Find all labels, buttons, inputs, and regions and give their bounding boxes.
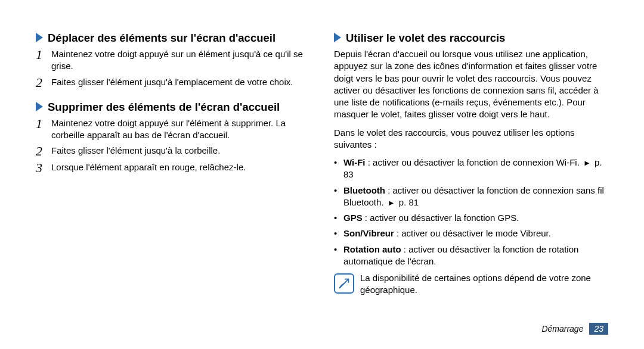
list-item: Wi-Fi : activer ou désactiver la fonctio…: [334, 157, 608, 181]
option-label: GPS: [343, 213, 363, 223]
step-number: 2: [36, 145, 51, 158]
option-label: Son/Vibreur: [343, 228, 394, 238]
section-heading-move: Déplacer des éléments sur l'écran d'accu…: [36, 31, 310, 45]
left-column: Déplacer des éléments sur l'écran d'accu…: [36, 31, 310, 297]
right-column: Utiliser le volet des raccourcis Depuis …: [334, 31, 608, 297]
heading-text: Supprimer des éléments de l'écran d'accu…: [48, 100, 280, 114]
ref-arrow-icon: ►: [388, 198, 395, 208]
heading-text: Déplacer des éléments sur l'écran d'accu…: [48, 31, 275, 45]
step-text: Maintenez votre doigt appuyé sur l'éléme…: [51, 117, 310, 142]
intro-paragraph: Depuis l'écran d'accueil ou lorsque vous…: [334, 48, 608, 121]
step-row: 1 Maintenez votre doigt appuyé sur un él…: [36, 48, 310, 73]
page-ref: p. 81: [399, 197, 419, 207]
option-desc: : activer ou désactiver le mode Vibreur.: [394, 228, 551, 238]
option-desc: : activer ou désactiver la fonction GPS.: [363, 213, 519, 223]
step-text: Faites glisser l'élément jusqu'à la corb…: [51, 145, 310, 157]
option-label: Wi-Fi: [343, 157, 366, 167]
option-desc: : activer ou désactiver la fonction de c…: [366, 157, 583, 167]
chevron-icon: [334, 33, 341, 42]
step-number: 3: [36, 161, 51, 174]
chevron-icon: [36, 102, 43, 111]
ref-arrow-icon: ►: [583, 158, 591, 169]
step-text: Maintenez votre doigt appuyé sur un élém…: [51, 48, 310, 73]
note-block: La disponibilité de certaines options dé…: [334, 272, 608, 297]
list-item: Rotation auto : activer ou désactiver la…: [334, 244, 608, 268]
list-item: Son/Vibreur : activer ou désactiver le m…: [334, 228, 608, 239]
options-list: Wi-Fi : activer ou désactiver la fonctio…: [334, 157, 608, 267]
heading-text: Utiliser le volet des raccourcis: [346, 31, 505, 45]
chevron-icon: [36, 33, 43, 42]
footer-page-number: 23: [589, 323, 608, 335]
step-number: 2: [36, 76, 51, 89]
lead-paragraph: Dans le volet des raccourcis, vous pouve…: [334, 127, 608, 151]
list-item: Bluetooth : activer ou désactiver la fon…: [334, 185, 608, 209]
step-row: 1 Maintenez votre doigt appuyé sur l'élé…: [36, 117, 310, 142]
note-icon: [334, 273, 354, 294]
step-row: 3 Lorsque l'élément apparaît en rouge, r…: [36, 161, 310, 174]
section-heading-shortcuts: Utiliser le volet des raccourcis: [334, 31, 608, 45]
option-label: Bluetooth: [343, 185, 385, 195]
step-row: 2 Faites glisser l'élément jusqu'à la co…: [36, 145, 310, 158]
list-item: GPS : activer ou désactiver la fonction …: [334, 212, 608, 224]
step-row: 2 Faites glisser l'élément jusqu'à l'emp…: [36, 76, 310, 89]
step-number: 1: [36, 117, 51, 130]
step-text: Faites glisser l'élément jusqu'à l'empla…: [51, 76, 310, 88]
option-label: Rotation auto: [343, 244, 401, 254]
step-number: 1: [36, 48, 51, 61]
step-text: Lorsque l'élément apparaît en rouge, rel…: [51, 161, 310, 173]
section-heading-remove: Supprimer des éléments de l'écran d'accu…: [36, 100, 310, 114]
note-text: La disponibilité de certaines options dé…: [360, 272, 608, 297]
page-footer: Démarrage 23: [541, 323, 608, 335]
footer-chapter: Démarrage: [541, 324, 583, 334]
